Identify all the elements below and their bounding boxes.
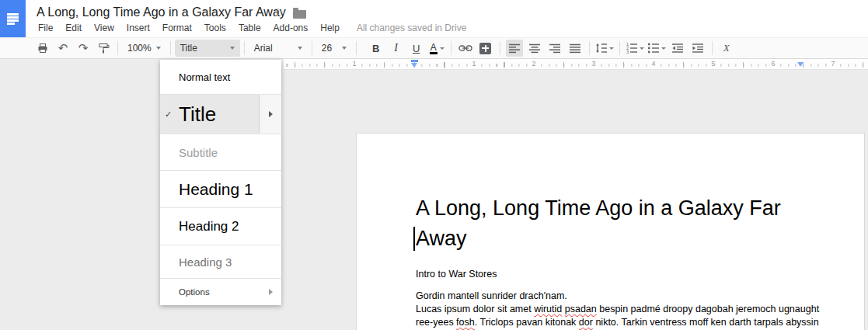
star-icon[interactable]: ☆	[273, 5, 284, 19]
doc-heading-line-2: Away	[416, 224, 851, 254]
decrease-indent-button[interactable]	[669, 40, 686, 57]
line-spacing-button[interactable]	[595, 40, 614, 57]
menu-view[interactable]: View	[88, 21, 120, 35]
justify-button[interactable]	[566, 40, 584, 57]
styles-select[interactable]: Title	[175, 40, 240, 57]
ruler[interactable]: 11234567	[284, 59, 868, 70]
google-docs-window: A Long, Long Time Ago in a Galaxy Far Aw…	[0, 0, 868, 330]
align-center-button[interactable]	[526, 40, 543, 57]
paint-format-button[interactable]	[95, 40, 112, 57]
menu-bar: FileEditViewInsertFormatToolsTableAdd-on…	[32, 21, 466, 35]
bold-button[interactable]: B	[368, 40, 385, 57]
align-center-icon	[529, 43, 540, 54]
ruler-number: 4	[650, 60, 657, 68]
menu-file[interactable]: File	[32, 21, 59, 35]
menu-table[interactable]: Table	[232, 21, 267, 35]
paint-format-icon	[97, 42, 110, 54]
style-option-subtitle[interactable]: Subtitle	[160, 134, 281, 170]
ruler-number: 3	[590, 60, 597, 68]
ruler-number: 7	[829, 60, 836, 68]
ruler-medium-ticks	[284, 62, 868, 68]
document-page[interactable]: A Long, Long Time Ago in a Galaxy Far Aw…	[356, 133, 865, 330]
increase-indent-icon	[692, 43, 704, 54]
comment-icon	[479, 43, 491, 54]
insert-link-button[interactable]	[457, 40, 474, 57]
menu-tools[interactable]: Tools	[198, 21, 232, 35]
ruler-number: 1	[350, 60, 357, 68]
body-text-line: Gordin mantell sunrider drach'nam.	[416, 290, 851, 303]
style-option-normal-text[interactable]: Normal text	[160, 60, 281, 94]
styles-dropdown-menu: Normal text✓TitleSubtitleHeading 1Headin…	[160, 60, 281, 305]
chevron-down-icon	[440, 47, 444, 50]
numbered-list-button[interactable]: 123	[626, 40, 644, 57]
zoom-select[interactable]: 100%	[122, 40, 166, 57]
checkmark-icon: ✓	[165, 109, 177, 120]
style-option-heading-3[interactable]: Heading 3	[160, 245, 281, 278]
toolbar: ↶ ↷ 100% Title Arial 26 B I U A	[0, 37, 868, 59]
first-line-indent-marker[interactable]	[411, 60, 418, 62]
menu-help[interactable]: Help	[314, 21, 346, 35]
submenu-arrow-icon	[269, 289, 273, 295]
document-title[interactable]: A Long, Long Time Ago in a Galaxy Far Aw…	[37, 5, 286, 19]
doc-heading-line-1: A Long, Long Time Ago in a Galaxy Far	[416, 193, 851, 224]
ruler-number: 2	[530, 60, 537, 68]
style-option-options[interactable]: Options	[160, 279, 281, 305]
insert-comment-button[interactable]	[477, 40, 494, 57]
ruler-number: 5	[709, 60, 716, 68]
chevron-down-icon	[342, 47, 347, 50]
chevron-down-icon	[230, 47, 235, 50]
undo-button[interactable]: ↶	[54, 40, 71, 57]
ruler-number: 6	[769, 60, 776, 68]
save-status: All changes saved in Drive	[357, 23, 466, 33]
text-color-button[interactable]: A	[428, 40, 445, 57]
redo-button[interactable]: ↷	[75, 40, 92, 57]
right-indent-marker[interactable]	[797, 62, 804, 67]
chevron-down-icon	[298, 47, 302, 50]
print-button[interactable]	[34, 40, 51, 57]
menu-edit[interactable]: Edit	[59, 21, 88, 35]
text-cursor	[413, 227, 415, 251]
increase-indent-button[interactable]	[689, 40, 706, 57]
align-left-button[interactable]	[506, 40, 523, 57]
line-spacing-icon	[595, 43, 608, 54]
justify-icon	[570, 43, 580, 54]
left-indent-marker[interactable]	[411, 59, 418, 70]
doc-body-paragraph: Gordin mantell sunrider drach'nam.Lucas …	[416, 290, 851, 330]
chevron-down-icon	[609, 47, 614, 50]
docs-logo-icon[interactable]	[0, 0, 26, 37]
svg-text:3: 3	[626, 50, 629, 54]
top-bar: A Long, Long Time Ago in a Galaxy Far Aw…	[0, 0, 868, 37]
chevron-down-icon	[156, 47, 161, 50]
clear-formatting-button[interactable]: X	[718, 40, 735, 57]
link-icon	[458, 43, 472, 53]
decrease-indent-icon	[671, 43, 684, 54]
submenu-cell[interactable]	[259, 95, 281, 134]
move-to-folder-icon[interactable]	[293, 10, 306, 19]
underline-button[interactable]: U	[408, 40, 425, 57]
document-canvas: A Long, Long Time Ago in a Galaxy Far Aw…	[0, 59, 868, 330]
style-option-heading-2[interactable]: Heading 2	[160, 208, 281, 245]
align-left-icon	[509, 43, 520, 54]
font-select[interactable]: Arial	[249, 40, 308, 57]
chevron-down-icon	[640, 47, 644, 50]
menu-insert[interactable]: Insert	[120, 21, 156, 35]
submenu-arrow-icon	[269, 111, 273, 117]
text-color-icon: A	[429, 42, 438, 55]
numbered-list-icon: 123	[626, 43, 638, 54]
menu-add-ons[interactable]: Add-ons	[267, 21, 315, 35]
style-option-title[interactable]: ✓Title	[160, 95, 281, 134]
align-right-icon	[549, 43, 560, 54]
bulleted-list-icon	[647, 43, 660, 54]
doc-subheading: Intro to War Stores	[416, 269, 851, 280]
menu-format[interactable]: Format	[156, 21, 198, 35]
align-right-button[interactable]	[546, 40, 563, 57]
body-text-line: Lucas ipsum dolor sit amet wirutid psada…	[416, 303, 851, 316]
font-size-select[interactable]: 26	[316, 40, 352, 57]
body-text-line: ree-yees fosh. Triclops pavan kitonak do…	[416, 316, 851, 329]
bulleted-list-button[interactable]	[647, 40, 666, 57]
chevron-down-icon	[661, 47, 666, 50]
italic-button[interactable]: I	[388, 40, 405, 57]
style-option-heading-1[interactable]: Heading 1	[160, 171, 281, 207]
ruler-number: 1	[470, 60, 477, 68]
print-icon	[37, 42, 49, 54]
